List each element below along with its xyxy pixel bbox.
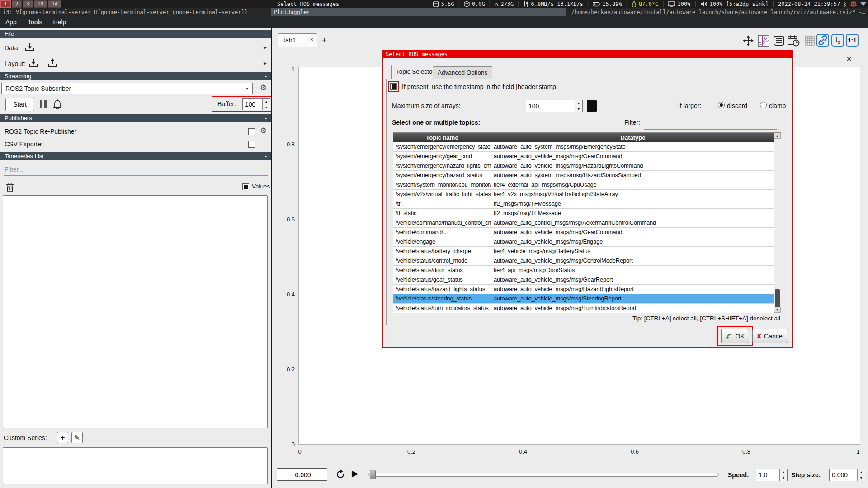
table-row[interactable]: /vehicle/status/battery_chargetier4_vehi… [393,247,781,256]
dialog-filter-input[interactable] [644,118,777,130]
spin-down-icon[interactable]: ▼ [575,106,582,112]
workspace-button-10[interactable]: 10 [34,0,47,8]
workspace-button-2[interactable]: 2 [12,0,22,8]
spin-up-icon[interactable]: ▲ [780,469,787,475]
speed-value-input[interactable] [756,469,779,481]
layout-expand-arrow[interactable]: ▶ [264,61,267,66]
spin-up-icon[interactable]: ▲ [858,469,865,475]
table-row[interactable]: /vehicle/command/manual_control_cmdautow… [393,218,781,228]
plotjuggler-window-titlebar[interactable]: PlotJuggler [271,8,566,16]
timeseries-filter-input[interactable] [4,164,269,175]
custom-series-panel[interactable] [3,447,268,484]
table-row[interactable]: /system/emergency/gear_cmdautoware_auto_… [393,152,781,161]
load-layout-icon[interactable] [28,58,39,68]
clamp-radio[interactable] [760,102,767,108]
grid-layout-button[interactable] [803,34,816,47]
table-row[interactable]: /tftf2_msgs/msg/TFMessage [393,199,781,209]
menu-app[interactable]: App [0,19,22,26]
timeline-slider[interactable] [368,473,719,477]
spin-down-icon[interactable]: ▼ [858,475,865,481]
start-streaming-button[interactable]: Start [5,98,34,111]
spin-up-icon[interactable]: ▲ [575,100,582,106]
rviz-config-window-titlebar[interactable]: /home/berkay/autoware/install/autoware_l… [566,8,868,16]
spin-down-icon[interactable]: ▼ [780,475,787,481]
scrollbar-thumb[interactable] [775,289,780,309]
streaming-plugin-combobox[interactable]: ROS2 Topic Subscriber ▼ [1,83,253,94]
scroll-down-icon[interactable]: ▼ [774,307,781,313]
table-row[interactable]: /system/emergency/hazard_statusautoware_… [393,171,781,180]
republisher-checkbox[interactable] [248,128,255,135]
plot-close-icon[interactable]: × [846,53,852,64]
table-row[interactable]: /vehicle/status/control_modeautoware_aut… [393,256,781,266]
pan-zoom-button[interactable] [742,34,755,47]
pause-icon[interactable] [40,100,47,108]
scroll-up-icon[interactable]: ▲ [774,133,781,139]
speed-spinbox[interactable]: ▲▼ [756,469,788,481]
tracker-button[interactable]: 1 [757,34,770,47]
table-row-selected[interactable]: /vehicle/status/steering_statusautoware_… [393,294,781,304]
load-data-icon[interactable] [24,42,35,52]
workspace-button-1[interactable]: 1 [0,0,11,8]
table-row[interactable]: /vehicle/status/hazard_lights_statusauto… [393,285,781,294]
workspace-button-3[interactable]: 3 [23,0,33,8]
terminal-window-titlebar[interactable]: i3: V[gnome-terminal-server H[gnome-term… [0,8,271,16]
menu-help[interactable]: Help [48,19,72,26]
step-size-spinbox[interactable]: ▲▼ [829,469,865,481]
buffer-value-input[interactable] [243,99,262,110]
dialog-titlebar[interactable]: Select ROS messages [383,51,792,58]
table-row[interactable]: /system/system_monitor/cpu_monitor/...ti… [393,180,781,190]
date-time-button[interactable] [787,34,800,47]
time-offset-button[interactable]: to [831,34,844,47]
max-arrays-value-input[interactable] [526,100,575,112]
ok-button[interactable]: OK [721,329,749,343]
values-checkbox[interactable] [242,183,249,190]
ellipsis-menu[interactable]: ... [104,183,109,190]
play-button[interactable]: ▶ [352,468,359,478]
section-header-publishers[interactable]: Publishers - [0,114,271,122]
bell-icon[interactable] [52,99,62,110]
save-layout-icon[interactable] [47,58,58,68]
edit-custom-series-button[interactable]: ✎ [71,432,83,443]
table-scrollbar[interactable]: ▲ ▼ [774,133,781,313]
republisher-settings-gear-icon[interactable]: ⚙ [260,127,267,135]
trash-icon[interactable] [5,182,14,192]
tab-tab1[interactable]: tab1 × [278,33,317,47]
discard-radio[interactable] [718,102,725,108]
tab-topic-selector[interactable]: Topic Selector [391,65,439,79]
buffer-spinbox[interactable]: ▲▼ [242,98,270,110]
streaming-settings-gear-icon[interactable]: ⚙ [260,84,267,92]
section-header-timeseries[interactable]: Timeseries List - [0,152,271,160]
timeline-slider-handle[interactable] [370,470,376,479]
table-row[interactable]: /system/emergency/hazard_lights_cmdautow… [393,161,781,171]
data-expand-arrow[interactable]: ▶ [264,45,267,50]
step-size-value-input[interactable] [830,469,857,481]
table-row[interactable]: /system/emergency/emergency_stateautowar… [393,142,781,152]
table-row[interactable]: /vehicle/engageautoware_auto_vehicle_msg… [393,237,781,247]
column-header-datatype[interactable]: Datatype [491,133,774,142]
table-row[interactable]: /vehicle/command/...autoware_auto_vehicl… [393,228,781,237]
timeseries-list-panel[interactable] [3,195,268,428]
workspace-button-14[interactable]: 14 [48,0,61,8]
cancel-button[interactable]: ✘ Cancel [752,329,788,343]
help-button[interactable] [587,100,597,112]
add-custom-series-button[interactable]: + [57,432,68,443]
add-tab-button[interactable]: + [322,35,327,45]
menu-tools[interactable]: Tools [22,19,48,26]
table-row[interactable]: /tf_statictf2_msgs/msg/TFMessage [393,209,781,218]
table-row[interactable]: /vehicle/status/turn_indicators_statusau… [393,304,781,313]
table-row[interactable]: /vehicle/status/door_statustier4_api_msg… [393,266,781,275]
time-display[interactable] [277,468,327,481]
column-header-topic-name[interactable]: Topic name [393,133,491,142]
csv-exporter-checkbox[interactable] [248,141,255,148]
max-arrays-spinbox[interactable]: ▲▼ [526,100,583,112]
loop-icon[interactable] [335,469,345,479]
use-timestamp-checkbox[interactable] [390,83,397,90]
time-value-input[interactable] [277,469,329,481]
spin-up-icon[interactable]: ▲ [263,99,270,104]
panel-splitter[interactable] [271,28,272,488]
ratio-1-1-button[interactable]: 1:1 [846,34,859,47]
section-header-streaming[interactable]: Streaming - [0,72,271,80]
section-header-file[interactable]: File - [0,30,271,38]
table-row[interactable]: /system/v2x/virtual_traffic_light_states… [393,190,781,199]
spin-down-icon[interactable]: ▼ [263,104,270,110]
